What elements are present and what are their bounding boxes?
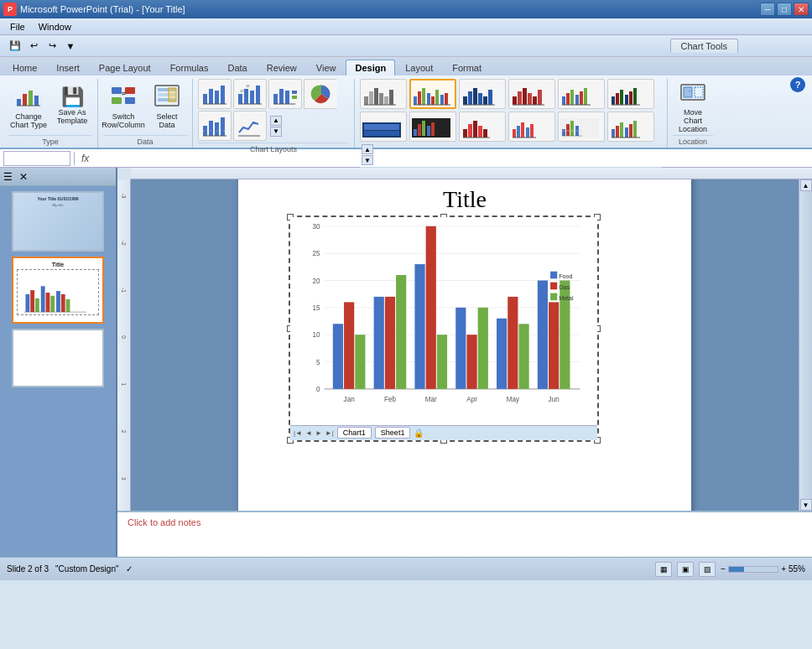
close-button[interactable]: ✕: [794, 3, 809, 16]
tab-format[interactable]: Format: [443, 60, 491, 75]
fx-label: fx: [78, 153, 92, 164]
svg-text:0: 0: [121, 335, 127, 339]
chart-style-4[interactable]: [508, 79, 555, 109]
svg-rect-36: [215, 122, 219, 136]
svg-rect-95: [468, 124, 472, 138]
slide-title[interactable]: Title: [238, 186, 691, 213]
chart-style-7[interactable]: [360, 112, 407, 142]
zoom-slider[interactable]: [728, 566, 778, 573]
change-chart-icon: [15, 84, 42, 111]
chart-tab-chart1[interactable]: Chart1: [337, 427, 372, 439]
chart-layout-6[interactable]: [233, 111, 267, 141]
tab-data[interactable]: Data: [218, 60, 256, 75]
chart-layout-1[interactable]: [198, 79, 232, 109]
change-chart-type-button[interactable]: Change Chart Type: [8, 81, 49, 132]
chart-style-1[interactable]: [360, 79, 407, 109]
chart-tab-add[interactable]: 🔒: [414, 428, 424, 438]
tab-review[interactable]: Review: [258, 60, 306, 75]
redo-btn[interactable]: ↪: [44, 38, 60, 55]
svg-text:12: 12: [240, 89, 244, 93]
tab-page-layout[interactable]: Page Layout: [90, 60, 160, 75]
chart-layout-2[interactable]: 12 18: [233, 79, 267, 109]
customize-qa-btn[interactable]: ▼: [62, 38, 79, 55]
svg-rect-188: [550, 271, 557, 278]
svg-rect-172: [437, 335, 447, 389]
tab-formulas[interactable]: Formulas: [161, 60, 218, 75]
svg-rect-27: [273, 94, 278, 104]
chart-layout-4[interactable]: [304, 79, 337, 109]
svg-rect-65: [518, 91, 522, 105]
svg-rect-131: [61, 294, 65, 312]
save-as-template-button[interactable]: 💾 Save As Template: [52, 81, 92, 132]
ribbon-tabs: Home Insert Page Layout Formulas Data Re…: [0, 57, 812, 75]
zoom-control: − + 55%: [721, 564, 805, 574]
svg-rect-72: [566, 93, 570, 105]
svg-rect-7: [112, 97, 122, 104]
zoom-out-btn[interactable]: −: [721, 564, 726, 574]
select-data-button[interactable]: Select Data: [147, 81, 187, 132]
tab-design[interactable]: Design: [346, 60, 395, 75]
svg-rect-73: [570, 90, 574, 105]
scroll-down-btn[interactable]: ▼: [800, 499, 812, 511]
slide-canvas: Title: [238, 179, 691, 511]
chart-nav-first[interactable]: |◄: [294, 429, 302, 437]
chart-style-8[interactable]: [409, 112, 456, 142]
svg-rect-52: [431, 96, 435, 105]
chart-nav-next[interactable]: ►: [315, 429, 322, 437]
chart-style-9[interactable]: [459, 112, 506, 142]
chart-style-6[interactable]: [607, 79, 654, 109]
chart-style-12[interactable]: [607, 112, 654, 142]
slide-thumb-2[interactable]: Title: [12, 257, 104, 324]
help-button[interactable]: ?: [790, 77, 805, 92]
chart-nav-prev[interactable]: ◄: [305, 429, 312, 437]
tab-insert[interactable]: Insert: [47, 60, 89, 75]
svg-rect-132: [66, 299, 70, 312]
name-box[interactable]: [3, 151, 70, 166]
slides-outline-toggle[interactable]: ☰: [3, 171, 13, 183]
normal-view-btn[interactable]: ▦: [655, 562, 672, 577]
reading-view-btn[interactable]: ▨: [699, 562, 716, 577]
svg-rect-90: [418, 124, 421, 136]
menu-file[interactable]: File: [3, 20, 32, 34]
chart-layout-3[interactable]: [268, 79, 302, 109]
scroll-up-btn[interactable]: ▲: [800, 179, 812, 191]
tab-home[interactable]: Home: [3, 60, 46, 75]
menu-window[interactable]: Window: [32, 20, 78, 34]
spell-check-icon[interactable]: ✓: [126, 564, 133, 574]
chart-style-3[interactable]: [459, 79, 506, 109]
chart-nav-last[interactable]: ►|: [325, 429, 334, 437]
chart-layout-5[interactable]: [198, 111, 232, 141]
switch-row-column-button[interactable]: ⇄ Switch Row/Column: [103, 81, 143, 132]
chart-style-11[interactable]: [558, 112, 605, 142]
svg-rect-166: [355, 335, 365, 389]
panel-close-btn[interactable]: ✕: [19, 171, 28, 183]
ribbon-group-data: ⇄ Switch Row/Column: [98, 79, 193, 148]
minimize-button[interactable]: ─: [760, 3, 775, 16]
undo-btn[interactable]: ↩: [25, 38, 42, 55]
styles-scroll-down[interactable]: ▼: [362, 155, 373, 165]
chart-style-10[interactable]: [508, 112, 555, 142]
tab-layout[interactable]: Layout: [396, 60, 442, 75]
layouts-scroll-down[interactable]: ▼: [270, 127, 282, 137]
svg-rect-79: [616, 93, 619, 105]
slide-sorter-btn[interactable]: ▣: [677, 562, 694, 577]
chart-tab-sheet1[interactable]: Sheet1: [375, 427, 411, 439]
chart-style-2[interactable]: [409, 79, 456, 109]
move-chart-button[interactable]: → Move Chart Location: [673, 81, 713, 132]
zoom-in-btn[interactable]: +: [781, 564, 786, 574]
svg-rect-78: [612, 96, 615, 105]
save-quick-btn[interactable]: 💾: [7, 38, 23, 55]
notes-area[interactable]: Click to add notes: [117, 511, 812, 557]
styles-scroll-up[interactable]: ▲: [362, 144, 373, 154]
notes-placeholder: Click to add notes: [128, 517, 200, 527]
slide-thumb-1[interactable]: Your Title 01/01/1999 My info: [12, 191, 104, 252]
tab-view[interactable]: View: [307, 60, 346, 75]
chart-style-5[interactable]: [558, 79, 605, 109]
restore-button[interactable]: □: [777, 3, 792, 16]
layouts-scroll-up[interactable]: ▲: [270, 116, 282, 126]
slide-thumb-3[interactable]: [12, 329, 104, 387]
chart-container[interactable]: 0 5 10 15 20 25 30: [289, 215, 599, 442]
svg-rect-43: [374, 88, 378, 105]
svg-rect-173: [455, 307, 466, 388]
svg-rect-1: [23, 94, 27, 106]
